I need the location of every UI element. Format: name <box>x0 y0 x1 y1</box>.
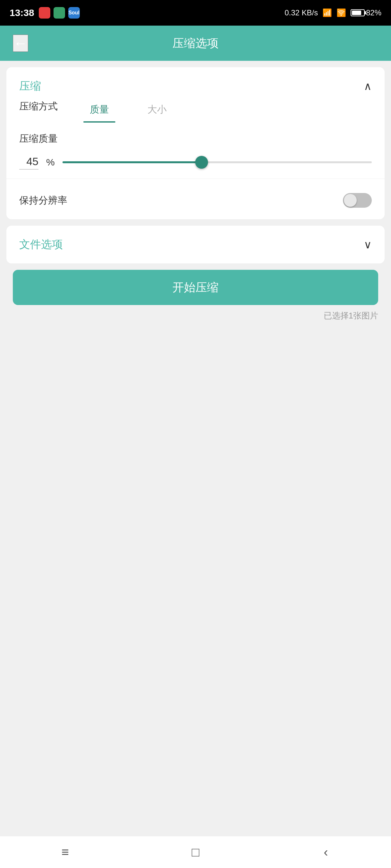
selected-count-text: 已选择1张图片 <box>324 311 378 320</box>
nav-menu-button[interactable]: ≡ <box>52 843 78 862</box>
start-button-label: 开始压缩 <box>172 280 219 296</box>
status-bar: 13:38 Soul 0.32 KB/s 📶 🛜 82% <box>0 0 391 26</box>
signal-icon: 📶 <box>323 8 332 17</box>
compression-tabs: 压缩方式 质量 大小 <box>6 100 385 123</box>
compression-section-header[interactable]: 压缩 ∧ <box>6 67 385 100</box>
status-left: 13:38 Soul <box>9 7 80 19</box>
back-arrow-icon: ← <box>13 35 28 51</box>
compression-card: 压缩 ∧ 压缩方式 质量 大小 压缩质量 45 % <box>6 67 385 219</box>
slider-row: 45 % <box>19 154 372 170</box>
file-options-title: 文件选项 <box>19 237 63 252</box>
main-content: 压缩 ∧ 压缩方式 质量 大小 压缩质量 45 % <box>0 61 391 373</box>
back-button[interactable]: ← <box>13 35 28 52</box>
divider-1 <box>6 179 385 179</box>
battery-container: 82% <box>351 8 381 17</box>
chevron-down-icon: ∨ <box>364 238 372 251</box>
percent-sign: % <box>46 157 55 168</box>
network-speed: 0.32 KB/s <box>285 8 318 17</box>
chevron-up-icon: ∧ <box>364 80 372 93</box>
page-title: 压缩选项 <box>172 35 219 51</box>
nav-home-button[interactable]: □ <box>183 843 208 862</box>
app-icon-wechat <box>54 7 65 19</box>
keep-resolution-toggle[interactable] <box>343 193 372 208</box>
selected-count: 已选择1张图片 <box>6 310 385 321</box>
home-icon: □ <box>192 845 199 859</box>
bottom-nav: ≡ □ ‹ <box>0 836 391 868</box>
keep-resolution-row: 保持分辨率 <box>6 184 385 219</box>
file-options-header[interactable]: 文件选项 ∨ <box>6 226 385 264</box>
app-icon-dropbox <box>39 7 50 19</box>
app-icon-soul: Soul <box>68 7 80 19</box>
start-compression-button[interactable]: 开始压缩 <box>13 270 378 305</box>
status-time: 13:38 <box>9 7 34 18</box>
battery-icon <box>351 9 365 16</box>
battery-fill <box>352 10 362 15</box>
wifi-icon: 🛜 <box>337 8 346 17</box>
back-icon: ‹ <box>324 845 328 859</box>
bottom-spacer <box>6 328 385 366</box>
toggle-knob <box>344 194 357 207</box>
nav-bar: ← 压缩选项 <box>0 26 391 61</box>
status-app-icons: Soul <box>39 7 80 19</box>
tab-size[interactable]: 大小 <box>141 100 173 123</box>
compression-method-label: 压缩方式 <box>19 100 58 123</box>
quality-section: 压缩质量 45 % <box>6 123 385 174</box>
quality-value: 45 <box>19 155 38 169</box>
file-options-card: 文件选项 ∨ <box>6 226 385 264</box>
slider-container[interactable] <box>62 154 372 170</box>
quality-label: 压缩质量 <box>19 132 372 145</box>
battery-percent: 82% <box>366 8 381 17</box>
compression-section-title: 压缩 <box>19 79 41 93</box>
menu-icon: ≡ <box>61 845 69 859</box>
status-right: 0.32 KB/s 📶 🛜 82% <box>285 8 381 17</box>
keep-resolution-label: 保持分辨率 <box>19 194 67 207</box>
nav-back-button[interactable]: ‹ <box>313 843 339 862</box>
tab-quality[interactable]: 质量 <box>83 100 115 123</box>
